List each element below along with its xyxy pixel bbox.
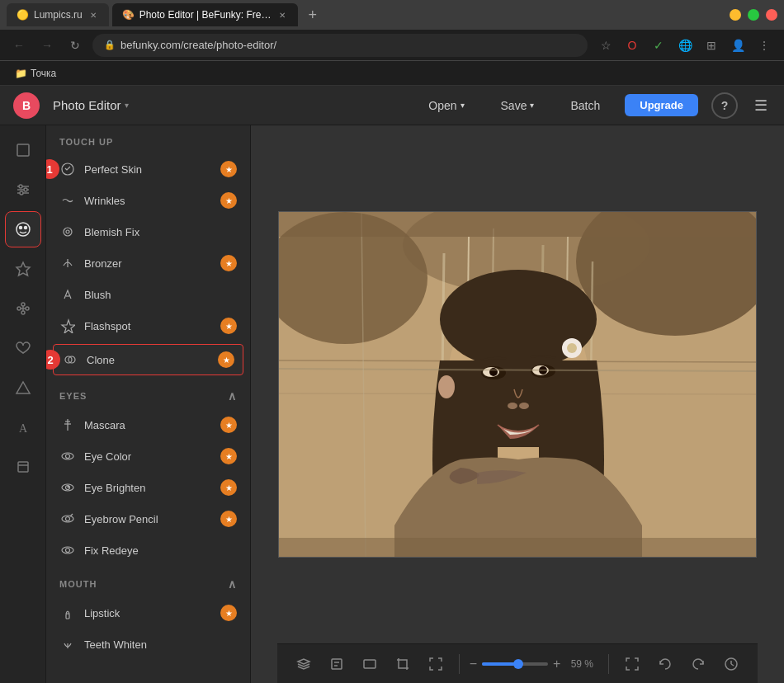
url-text: befunky.com/create/photo-editor/	[120, 39, 276, 51]
svg-rect-0	[17, 144, 29, 156]
hamburger-menu-button[interactable]: ☰	[751, 93, 771, 118]
save-chevron: ▾	[530, 101, 534, 110]
forward-button[interactable]: →	[36, 35, 58, 56]
perfect-skin-star: ★	[220, 161, 237, 177]
open-button[interactable]: Open ▾	[417, 94, 475, 117]
eyebrow-pencil-star: ★	[220, 511, 237, 527]
crop-bottom-icon[interactable]	[390, 651, 416, 677]
zoom-in-button[interactable]: +	[553, 657, 560, 671]
eyes-collapse-btn[interactable]: ∧	[228, 389, 237, 403]
tab-close-btn[interactable]: ✕	[87, 9, 99, 21]
batch-button[interactable]: Batch	[559, 94, 612, 117]
wrinkles-icon	[59, 192, 76, 209]
url-bar[interactable]: 🔒 befunky.com/create/photo-editor/	[92, 34, 588, 57]
zoom-slider[interactable]	[482, 662, 548, 666]
history-icon[interactable]	[324, 651, 350, 677]
redo-button[interactable]	[685, 651, 711, 677]
menu-item-eye-brighten[interactable]: Eye Brighten ★	[46, 472, 250, 503]
wrinkles-star: ★	[220, 192, 237, 209]
bottom-toolbar: − + 59 %	[277, 643, 758, 683]
menu-item-blush[interactable]: Blush	[46, 279, 250, 310]
blush-label: Blush	[84, 289, 237, 301]
sidebar-icon-favorites[interactable]	[5, 330, 41, 366]
menu-item-lipstick[interactable]: Lipstick ★	[46, 597, 250, 629]
eye-brighten-label: Eye Brighten	[84, 482, 212, 494]
app-header: B Photo Editor ▾ Open ▾ Save ▾ Batch Upg…	[0, 86, 784, 125]
tab-befunky[interactable]: 🎨 Photo Editor | BeFunky: Free Onl... ✕	[112, 3, 298, 26]
zoom-out-button[interactable]: −	[470, 657, 477, 671]
menu-item-perfect-skin[interactable]: 1 Perfect Skin ★	[46, 153, 250, 185]
profile-icon[interactable]: 👤	[726, 34, 749, 57]
sidebar-icon-layers[interactable]	[5, 449, 41, 485]
menu-item-fix-redeye[interactable]: Fix Redeye	[46, 535, 250, 566]
bookmark-tochka[interactable]: 📁 Точка	[8, 65, 63, 82]
batch-label: Batch	[570, 99, 600, 112]
svg-point-11	[17, 307, 21, 310]
sidebar-icon-effects[interactable]	[5, 251, 41, 287]
lipstick-label: Lipstick	[84, 607, 212, 619]
new-tab-button[interactable]: +	[301, 3, 324, 26]
menu-item-flashspot[interactable]: Flashspot ★	[46, 310, 250, 342]
refresh-button[interactable]: ↻	[64, 35, 86, 56]
menu-item-bronzer[interactable]: Bronzer ★	[46, 247, 250, 279]
menu-item-eyebrow-pencil[interactable]: Eyebrow Pencil ★	[46, 503, 250, 535]
save-button[interactable]: Save ▾	[489, 94, 546, 117]
sidebar-icon-elements[interactable]	[5, 290, 41, 327]
menu-item-teeth-whiten[interactable]: Teeth Whiten	[46, 629, 250, 660]
tab-favicon: 🟡	[17, 9, 29, 21]
svg-point-12	[26, 307, 29, 310]
clone-star: ★	[218, 351, 234, 368]
eye-color-icon	[59, 448, 76, 464]
undo-button[interactable]	[652, 651, 678, 677]
svg-point-65	[508, 403, 517, 409]
svg-point-9	[24, 227, 26, 229]
badge-1: 1	[46, 159, 59, 179]
sidebar-icon-adjust[interactable]	[5, 172, 41, 208]
svg-point-37	[66, 517, 70, 521]
fullscreen-icon[interactable]	[423, 651, 449, 677]
svg-rect-19	[18, 462, 28, 472]
sidebar-icon-crop[interactable]	[5, 132, 41, 168]
zoom-slider-thumb[interactable]	[513, 659, 523, 669]
star-icon[interactable]: ☆	[594, 34, 617, 57]
minimize-button[interactable]: –	[730, 9, 741, 21]
check-icon[interactable]: ✓	[647, 34, 670, 57]
fit-screen-icon[interactable]	[357, 651, 383, 677]
help-button[interactable]: ?	[711, 92, 738, 119]
touchup-panel: TOUCH UP 1 Perfect Skin ★	[46, 125, 251, 683]
menu-item-blemish-fix[interactable]: Blemish Fix	[46, 216, 250, 247]
sidebar-icon-touchup[interactable]	[5, 211, 41, 247]
menu-item-mascara[interactable]: Mascara ★	[46, 409, 250, 440]
teeth-whiten-icon	[59, 636, 76, 652]
app: B Photo Editor ▾ Open ▾ Save ▾ Batch Upg…	[0, 86, 784, 683]
back-button[interactable]: ←	[8, 35, 30, 56]
title-chevron: ▾	[125, 101, 129, 110]
extensions-icon[interactable]: ⊞	[700, 34, 723, 57]
maximize-button[interactable]: □	[748, 9, 759, 21]
close-button[interactable]: ✕	[766, 9, 777, 21]
teeth-whiten-label: Teeth Whiten	[84, 638, 237, 651]
fit-zoom-icon[interactable]	[619, 651, 645, 677]
layers-bottom-icon[interactable]	[290, 651, 317, 677]
svg-point-4	[19, 185, 22, 188]
flashspot-label: Flashspot	[84, 320, 212, 332]
svg-rect-77	[364, 660, 375, 668]
globe-icon[interactable]: 🌐	[673, 34, 697, 57]
tab-lumpics[interactable]: 🟡 Lumpics.ru ✕	[7, 3, 109, 26]
menu-item-wrinkles[interactable]: Wrinkles ★	[46, 185, 250, 216]
mouth-collapse-btn[interactable]: ∧	[228, 577, 237, 591]
sidebar-icon-shapes[interactable]	[5, 370, 41, 406]
menu-item-eye-color[interactable]: Eye Color ★	[46, 440, 250, 472]
bookmark-label: Точка	[31, 68, 56, 79]
history-clock-icon[interactable]	[718, 651, 744, 677]
svg-point-40	[66, 549, 70, 553]
sidebar-icon-text[interactable]: A	[5, 409, 41, 445]
mascara-label: Mascara	[84, 419, 212, 431]
opera-icon[interactable]: O	[621, 34, 644, 57]
svg-rect-72	[279, 212, 757, 237]
upgrade-button[interactable]: Upgrade	[625, 94, 698, 116]
menu-icon[interactable]: ⋮	[753, 34, 776, 57]
eyebrow-pencil-icon	[59, 511, 76, 527]
menu-item-clone[interactable]: 2 Clone ★	[53, 344, 243, 375]
tab-close-btn[interactable]: ✕	[276, 9, 288, 21]
